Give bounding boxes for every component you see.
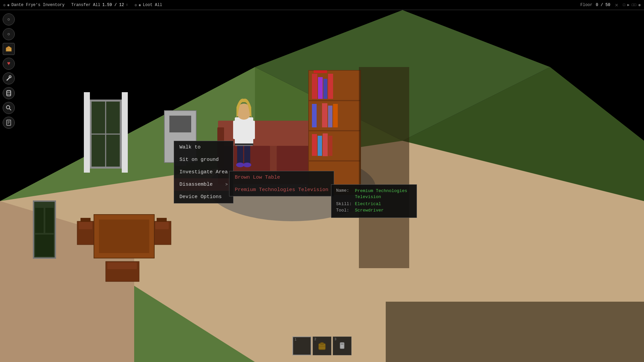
- sidebar-icon-wrench[interactable]: [3, 72, 15, 84]
- svg-rect-16: [317, 106, 321, 127]
- svg-rect-4: [35, 235, 54, 256]
- sidebar-icon-box[interactable]: [3, 43, 15, 55]
- svg-rect-20: [312, 134, 317, 156]
- wall-dark-right: [359, 67, 409, 268]
- floor-label: Floor: [580, 3, 592, 7]
- curtain-right-l: [122, 92, 128, 173]
- svg-rect-24: [314, 70, 327, 73]
- submenu-item-brown-table[interactable]: Brown Low Table: [229, 171, 334, 184]
- loot-icon-left: ◎: [135, 3, 137, 7]
- svg-rect-2: [35, 208, 44, 233]
- hotbar-slot-1[interactable]: 1: [292, 337, 311, 355]
- inventory-section: ◎ ◉ Dante Frye's Inventory: [3, 3, 65, 7]
- sidebar-icon-search[interactable]: [3, 102, 15, 114]
- svg-rect-23: [328, 136, 332, 156]
- sidebar-icon-circle2[interactable]: ○: [3, 28, 15, 40]
- menu-item-sit-on-ground[interactable]: Sit on ground: [174, 154, 233, 166]
- svg-rect-46: [7, 120, 11, 125]
- tooltip-name-val: Premium Technologies Television: [355, 188, 412, 200]
- menu-item-investigate-area[interactable]: Investigate Area: [174, 166, 233, 178]
- tooltip-skill-row: Skill: Electrical: [336, 201, 412, 206]
- svg-rect-34: [233, 121, 238, 139]
- svg-rect-18: [328, 106, 332, 127]
- tooltip-name-key: Name:: [336, 188, 353, 200]
- transfer-label[interactable]: Transfer All: [71, 3, 100, 7]
- sidebar-icon-journal[interactable]: [3, 117, 15, 129]
- svg-rect-35: [250, 121, 255, 139]
- tooltip-tool-row: Tool: Screwdriver: [336, 208, 412, 213]
- item-icon: [337, 341, 347, 351]
- submenu-item-premium-tv[interactable]: Premium Technologies Television: [229, 184, 334, 196]
- inventory-icon-left: ◎: [3, 3, 5, 7]
- submenu-arrow-icon: >: [225, 182, 228, 187]
- tooltip-tool-key: Tool:: [336, 208, 353, 213]
- context-menu: Walk to Sit on ground Investigate Area D…: [174, 141, 233, 203]
- tooltip-tool-val: Screwdriver: [355, 208, 384, 213]
- svg-rect-27: [80, 218, 91, 222]
- tooltip-skill-key: Skill:: [336, 201, 353, 206]
- svg-rect-14: [328, 74, 333, 99]
- top-right-mini-icons: □ ▶ □□ ◉: [623, 3, 641, 7]
- svg-rect-29: [157, 218, 167, 222]
- svg-rect-22: [323, 133, 328, 156]
- top-bar: ◎ ◉ Dante Frye's Inventory Transfer All …: [0, 0, 644, 10]
- svg-rect-30: [107, 262, 137, 269]
- svg-rect-13: [323, 79, 327, 99]
- floor-count: 0 / 50: [596, 3, 610, 7]
- menu-item-walk-to[interactable]: Walk to: [174, 141, 233, 154]
- hotbar-slot-3[interactable]: 3: [333, 337, 352, 355]
- svg-rect-12: [318, 77, 323, 99]
- svg-rect-33: [235, 143, 253, 145]
- hotbar-slot-2[interactable]: 2: [313, 337, 331, 355]
- transfer-section[interactable]: Transfer All 1.59 / 12 ↕: [71, 3, 128, 7]
- menu-item-disassemble[interactable]: Disassemble >: [174, 178, 233, 191]
- sidebar-icon-heart[interactable]: ♥: [3, 58, 15, 70]
- loot-icon-dot: ◉: [139, 3, 141, 7]
- svg-point-32: [243, 163, 251, 167]
- loot-section[interactable]: ◎ ◉ Loot All: [135, 3, 162, 7]
- svg-rect-17: [322, 103, 327, 127]
- svg-line-45: [9, 109, 11, 110]
- svg-rect-15: [312, 104, 317, 127]
- svg-point-40: [9, 76, 11, 78]
- item-tooltip: Name: Premium Technologies Television Sk…: [331, 184, 417, 218]
- transfer-value: 1.59 / 12: [102, 3, 124, 7]
- left-sidebar: ○ ○ ♥: [3, 13, 15, 129]
- tv-screen: [169, 116, 191, 132]
- svg-point-44: [6, 106, 10, 109]
- floor-section: Floor 0 / 50 ✕ □ ▶ □□ ◉: [580, 2, 641, 8]
- svg-rect-19: [333, 104, 338, 127]
- transfer-arrow-icon: ↕: [126, 3, 128, 7]
- sidebar-icon-circle1[interactable]: ○: [3, 13, 15, 25]
- hotbar: 1 2 3: [292, 337, 352, 355]
- inventory-label: Dante Frye's Inventory: [11, 3, 64, 7]
- inventory-icon-dot: ◉: [7, 3, 9, 7]
- char-leg-left: [237, 144, 243, 164]
- char-leg-right: [244, 144, 250, 164]
- svg-rect-54: [341, 344, 343, 345]
- svg-rect-3: [45, 208, 54, 233]
- svg-rect-53: [340, 343, 344, 349]
- tooltip-name-row: Name: Premium Technologies Television: [336, 188, 412, 200]
- svg-rect-51: [320, 343, 324, 345]
- svg-rect-25: [99, 220, 149, 253]
- svg-rect-11: [312, 74, 317, 99]
- sidebar-icon-barrel[interactable]: [3, 87, 15, 99]
- disassemble-submenu: Brown Low Table Premium Technologies Tel…: [229, 171, 334, 196]
- backpack-icon: [317, 341, 327, 351]
- svg-rect-28: [155, 222, 169, 229]
- loot-all-button[interactable]: Loot All: [143, 3, 162, 7]
- shadow-bottom-right: [386, 302, 644, 362]
- svg-rect-26: [79, 222, 92, 229]
- curtain-left-l: [84, 92, 90, 173]
- svg-rect-41: [7, 90, 11, 96]
- svg-rect-21: [318, 136, 322, 156]
- tooltip-skill-val: Electrical: [355, 201, 381, 206]
- menu-item-device-options[interactable]: Device Options: [174, 191, 233, 203]
- svg-line-39: [7, 77, 10, 80]
- svg-point-31: [236, 163, 244, 167]
